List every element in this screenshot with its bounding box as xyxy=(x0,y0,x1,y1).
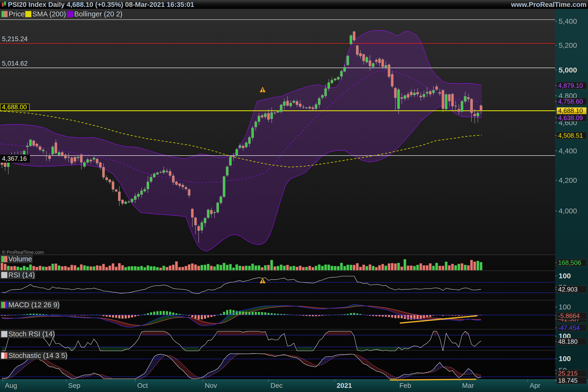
svg-text:Price: Price xyxy=(8,10,25,18)
svg-text:Stoch RSI (14): Stoch RSI (14) xyxy=(8,330,55,338)
svg-text:4,758.60: 4,758.60 xyxy=(558,98,583,105)
svg-text:2021: 2021 xyxy=(337,382,352,389)
svg-text:Stochastic (14 3 5): Stochastic (14 3 5) xyxy=(8,352,68,360)
svg-text:© ProRealTime.com: © ProRealTime.com xyxy=(2,250,44,255)
svg-text:5,014.62: 5,014.62 xyxy=(2,60,28,67)
svg-text:Bollinger (20 2): Bollinger (20 2) xyxy=(74,10,122,18)
svg-text:5,200: 5,200 xyxy=(558,41,577,49)
svg-text:5,000: 5,000 xyxy=(558,66,577,74)
svg-text:Sep: Sep xyxy=(68,382,80,389)
svg-text:Dec: Dec xyxy=(270,382,283,389)
svg-text:100: 100 xyxy=(558,272,571,280)
svg-text:Feb: Feb xyxy=(399,382,411,389)
svg-text:4,508.51: 4,508.51 xyxy=(558,132,583,139)
svg-text:Apr: Apr xyxy=(530,382,540,389)
svg-text:48.180: 48.180 xyxy=(558,338,578,345)
svg-text:18.745: 18.745 xyxy=(558,377,578,384)
svg-text:4,688.00: 4,688.00 xyxy=(2,104,27,111)
svg-text:Nov: Nov xyxy=(205,382,217,389)
svg-text:4,000: 4,000 xyxy=(558,207,577,215)
svg-text:Volume: Volume xyxy=(8,255,32,263)
svg-text:4,638.09: 4,638.09 xyxy=(558,114,583,122)
svg-text:PSI20 Index Daily 4,688.10 (+0: PSI20 Index Daily 4,688.10 (+0.35%) 08-M… xyxy=(8,1,194,8)
svg-text:100: 100 xyxy=(558,303,571,311)
svg-text:168,506: 168,506 xyxy=(558,259,581,266)
svg-text:RSI (14): RSI (14) xyxy=(8,271,35,279)
svg-text:-47.454: -47.454 xyxy=(558,324,580,332)
svg-text:5,400: 5,400 xyxy=(558,17,577,25)
svg-text:100: 100 xyxy=(558,354,571,362)
svg-text:Aug: Aug xyxy=(5,382,17,389)
svg-text:www.ProRealTime.com: www.ProRealTime.com xyxy=(511,1,586,8)
svg-text:5,215.24: 5,215.24 xyxy=(2,35,28,43)
svg-text:4,879.10: 4,879.10 xyxy=(558,82,583,89)
svg-text:4,400: 4,400 xyxy=(558,147,577,155)
svg-text:4,688.10: 4,688.10 xyxy=(558,107,583,114)
svg-text:Oct: Oct xyxy=(137,382,148,389)
svg-text:25.215: 25.215 xyxy=(558,370,578,377)
svg-text:42.903: 42.903 xyxy=(558,286,578,293)
svg-text:4,367.16: 4,367.16 xyxy=(2,155,27,162)
svg-text:SMA (200): SMA (200) xyxy=(32,10,66,18)
svg-text:4,200: 4,200 xyxy=(558,176,577,184)
svg-text:Mar: Mar xyxy=(462,382,474,389)
svg-text:-5.8664: -5.8664 xyxy=(558,312,580,320)
svg-text:MACD (12 26 9): MACD (12 26 9) xyxy=(8,301,60,309)
